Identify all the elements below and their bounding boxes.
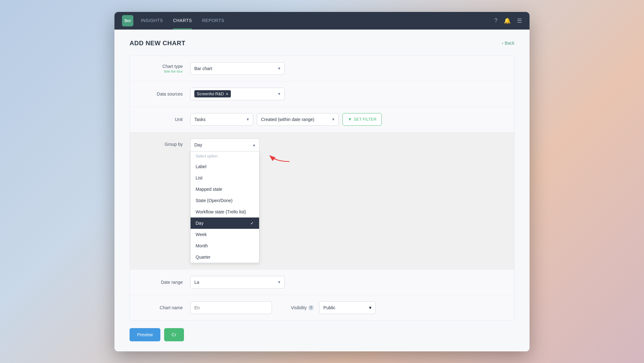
dropdown-item-day[interactable]: Day ✓	[191, 217, 259, 229]
navbar-nav: INSIGHTS CHARTS REPORTS	[141, 12, 494, 29]
date-range-select[interactable]: La ▼	[190, 276, 285, 289]
data-sources-controls: Screenful R&D × ▼	[190, 88, 504, 100]
main-content: ADD NEW CHART ‹ Back Chart type See the …	[114, 30, 530, 351]
app-logo: Scr	[122, 15, 133, 26]
page-title: ADD NEW CHART	[130, 40, 186, 47]
unit-row: Unit Tasks ▼ Created (within date range)…	[130, 107, 514, 132]
date-range-value: La	[194, 280, 199, 285]
navbar-actions: ? 🔔 ☰	[494, 17, 522, 24]
arrow-svg	[267, 151, 292, 163]
back-link[interactable]: ‹ Back	[502, 41, 514, 46]
chart-type-value: Bar chart	[194, 66, 212, 71]
chart-type-row: Chart type See the tour Bar chart ▼	[130, 56, 514, 81]
data-source-tag-remove[interactable]: ×	[226, 92, 228, 96]
nav-insights[interactable]: INSIGHTS	[141, 12, 163, 29]
help-icon[interactable]: ?	[494, 17, 497, 24]
set-filter-label: SET FILTER	[354, 117, 376, 122]
visibility-value: Public	[323, 305, 335, 310]
data-sources-chevron-icon: ▼	[277, 92, 281, 96]
form-footer: Preview Cr	[130, 321, 514, 341]
visibility-select[interactable]: Public ▼	[319, 301, 376, 314]
menu-icon[interactable]: ☰	[517, 17, 522, 24]
chart-name-controls: Visibility ? Public ▼	[190, 301, 504, 314]
nav-charts[interactable]: CHARTS	[173, 12, 192, 29]
filter-icon: ▼	[348, 117, 352, 122]
chart-type-select[interactable]: Bar chart ▼	[190, 62, 285, 75]
visibility-container: Visibility ? Public ▼	[291, 301, 376, 314]
dropdown-section-label: Select option	[191, 151, 259, 161]
unit-label: Unit	[140, 117, 190, 122]
dropdown-item-workflow-state[interactable]: Workflow state (Trello list)	[191, 206, 259, 217]
chart-type-label: Chart type See the tour	[140, 64, 190, 73]
date-range-row: Date range La ▼	[130, 270, 514, 295]
group-by-dropdown-menu: Select option Label List Mapped state	[190, 151, 259, 263]
group-by-label: Group by	[140, 139, 190, 147]
chart-name-label: Chart name	[140, 305, 190, 310]
date-range-chevron-icon: ▼	[277, 280, 281, 284]
chart-type-controls: Bar chart ▼	[190, 62, 504, 75]
group-by-controls: Day ▲ Select option Label List	[190, 139, 504, 263]
filter-type-select[interactable]: Created (within date range) ▼	[257, 113, 339, 126]
back-chevron-icon: ‹	[502, 41, 503, 46]
nav-reports[interactable]: REPORTS	[202, 12, 224, 29]
dropdown-item-mapped-state[interactable]: Mapped state	[191, 184, 259, 195]
data-source-tag: Screenful R&D ×	[194, 90, 231, 97]
date-range-controls: La ▼	[190, 276, 504, 289]
dropdown-item-label[interactable]: Label	[191, 161, 259, 172]
dropdown-item-list[interactable]: List	[191, 172, 259, 184]
dropdown-item-quarter[interactable]: Quarter	[191, 251, 259, 263]
visibility-chevron-icon: ▼	[368, 305, 372, 310]
visibility-label: Visibility	[291, 305, 307, 310]
app-window: Scr INSIGHTS CHARTS REPORTS ? 🔔 ☰ ADD NE…	[114, 12, 530, 351]
data-sources-label: Data sources	[140, 91, 190, 96]
unit-value: Tasks	[194, 117, 206, 122]
page-header: ADD NEW CHART ‹ Back	[130, 40, 514, 47]
unit-select[interactable]: Tasks ▼	[190, 113, 253, 126]
unit-chevron-icon: ▼	[246, 117, 250, 122]
preview-button[interactable]: Preview	[130, 328, 160, 341]
chart-name-input[interactable]	[190, 301, 272, 314]
group-by-row: Group by Day ▲ Select option Label	[130, 132, 514, 270]
data-sources-row: Data sources Screenful R&D × ▼	[130, 81, 514, 107]
see-tour-link[interactable]: See the tour	[140, 69, 183, 73]
bell-icon[interactable]: 🔔	[504, 17, 511, 24]
dropdown-item-week[interactable]: Week	[191, 229, 259, 240]
chart-type-chevron-icon: ▼	[277, 66, 281, 71]
visibility-help-icon[interactable]: ?	[308, 305, 314, 310]
form-container: Chart type See the tour Bar chart ▼ Data…	[130, 56, 514, 321]
date-range-label: Date range	[140, 280, 190, 285]
group-by-chevron-up-icon: ▲	[252, 143, 256, 147]
dropdown-item-month[interactable]: Month	[191, 240, 259, 251]
group-by-select-trigger[interactable]: Day ▲	[190, 139, 259, 151]
data-source-tag-label: Screenful R&D	[197, 91, 224, 96]
unit-controls: Tasks ▼ Created (within date range) ▼ ▼ …	[190, 113, 504, 126]
data-sources-select[interactable]: Screenful R&D × ▼	[190, 88, 285, 100]
create-button[interactable]: Cr	[164, 328, 184, 341]
filter-type-value: Created (within date range)	[261, 117, 314, 122]
arrow-annotation	[267, 151, 292, 164]
dropdown-item-state-open-done[interactable]: State (Open/Done)	[191, 195, 259, 206]
check-icon: ✓	[250, 221, 254, 226]
navbar: Scr INSIGHTS CHARTS REPORTS ? 🔔 ☰	[114, 12, 530, 30]
group-by-dropdown-container: Day ▲ Select option Label List	[190, 139, 259, 263]
chart-name-row: Chart name Visibility ? Public ▼	[130, 295, 514, 320]
group-by-value: Day	[194, 142, 202, 147]
set-filter-button[interactable]: ▼ SET FILTER	[342, 113, 382, 126]
back-label: Back	[505, 41, 514, 46]
filter-type-chevron-icon: ▼	[331, 117, 335, 122]
